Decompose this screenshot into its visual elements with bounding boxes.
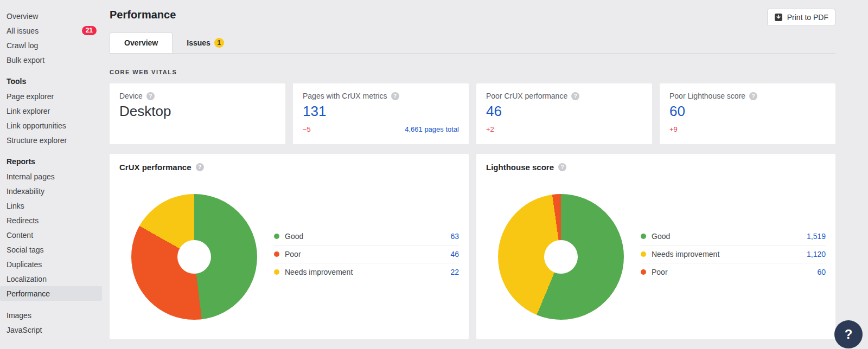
sidebar-item-page-explorer[interactable]: Page explorer xyxy=(0,89,102,104)
crux-performance-chart-header: CrUX performance ? xyxy=(119,163,459,172)
lighthouse-score-chart-header: Lighthouse score ? xyxy=(486,163,826,172)
legend-value-link[interactable]: 1,120 xyxy=(807,250,826,258)
chart-cards-row: CrUX performance ? Good63Poor46Needs imp… xyxy=(110,154,835,339)
lighthouse-score-legend: Good1,519Needs improvement1,120Poor60 xyxy=(641,227,826,281)
tab-overview-label: Overview xyxy=(124,38,158,47)
sidebar-item-label: Performance xyxy=(7,289,97,298)
legend-dot xyxy=(274,234,279,239)
sidebar-nav: OverviewAll issues21Crawl logBulk export… xyxy=(0,0,103,337)
sidebar-item-overview[interactable]: Overview xyxy=(0,9,102,23)
sidebar-group-gap xyxy=(0,301,103,308)
metric-card-poor-lighthouse-header: Poor Lighthouse score ? xyxy=(669,92,826,100)
legend-label: Poor xyxy=(652,268,817,276)
metric-card-crux-pages-header: Pages with CrUX metrics ? xyxy=(303,92,459,100)
help-icon[interactable]: ? xyxy=(196,163,204,171)
legend-label: Needs improvement xyxy=(652,250,807,258)
core-web-vitals-section-label: CORE WEB VITALS xyxy=(110,69,835,75)
sidebar-item-label: Localization xyxy=(7,275,97,283)
crux-pages-delta: −5 xyxy=(303,125,311,133)
lighthouse-score-donut[interactable] xyxy=(498,194,624,320)
legend-row-needs-improvement: Needs improvement1,120 xyxy=(641,245,826,263)
sidebar-item-internal-pages[interactable]: Internal pages xyxy=(0,169,102,184)
crux-performance-chart-title: CrUX performance xyxy=(119,163,192,172)
sidebar-item-label: Indexability xyxy=(7,187,97,196)
legend-dot xyxy=(641,269,646,275)
sidebar-item-social-tags[interactable]: Social tags xyxy=(0,242,102,257)
help-icon[interactable]: ? xyxy=(558,163,566,171)
legend-value-link[interactable]: 22 xyxy=(450,268,459,276)
site-audit-page: OverviewAll issues21Crawl logBulk export… xyxy=(0,0,868,349)
legend-dot xyxy=(641,251,646,257)
sidebar-item-structure-explorer[interactable]: Structure explorer xyxy=(0,133,102,147)
tab-issues[interactable]: Issues 1 xyxy=(173,33,238,53)
print-to-pdf-button[interactable]: Print to PDF xyxy=(767,9,835,26)
sidebar-item-label: Content xyxy=(7,231,97,240)
metric-card-poor-crux-header: Poor CrUX performance ? xyxy=(486,92,642,100)
crux-performance-chart-card: CrUX performance ? Good63Poor46Needs imp… xyxy=(110,154,469,339)
file-download-icon xyxy=(774,13,783,22)
legend-value-link[interactable]: 1,519 xyxy=(807,232,826,241)
legend-dot xyxy=(274,251,279,257)
poor-crux-bottom-row: +2 xyxy=(486,125,642,133)
sidebar-item-all-issues[interactable]: All issues21 xyxy=(0,23,102,38)
sidebar-item-duplicates[interactable]: Duplicates xyxy=(0,257,102,272)
sidebar-item-link-opportunities[interactable]: Link opportunities xyxy=(0,118,102,133)
legend-dot xyxy=(274,269,279,275)
help-icon[interactable]: ? xyxy=(749,92,757,100)
legend-value-link[interactable]: 63 xyxy=(450,232,459,241)
main-content: Performance Print to PDF Overview xyxy=(110,0,835,339)
page-header: Performance Print to PDF xyxy=(110,0,835,26)
issues-tab-badge: 1 xyxy=(214,38,224,48)
tabstrip: Overview Issues 1 xyxy=(110,33,835,54)
poor-lighthouse-value[interactable]: 60 xyxy=(669,103,826,120)
crux-pages-value[interactable]: 131 xyxy=(303,103,459,120)
poor-lighthouse-delta: +9 xyxy=(669,125,678,133)
legend-value-link[interactable]: 46 xyxy=(450,250,459,258)
sidebar-group-header-tools: Tools xyxy=(0,74,103,89)
sidebar-item-label: Link opportunities xyxy=(7,121,97,130)
sidebar-item-label: Links xyxy=(7,202,97,210)
sidebar-item-javascript[interactable]: JavaScript xyxy=(0,322,102,337)
metric-card-crux-pages: Pages with CrUX metrics ? 131 −5 4,661 p… xyxy=(293,83,469,144)
pages-total-link[interactable]: 4,661 pages total xyxy=(405,125,459,133)
sidebar-item-label: All issues xyxy=(7,27,82,35)
poor-crux-value[interactable]: 46 xyxy=(486,103,642,120)
lighthouse-score-chart-title: Lighthouse score xyxy=(486,163,554,172)
help-icon[interactable]: ? xyxy=(571,92,579,100)
help-icon[interactable]: ? xyxy=(391,92,399,100)
sidebar-item-links[interactable]: Links xyxy=(0,198,102,213)
legend-label: Good xyxy=(652,232,807,241)
sidebar-item-redirects[interactable]: Redirects xyxy=(0,213,102,228)
poor-lighthouse-bottom-row: +9 xyxy=(669,125,826,133)
crux-performance-legend: Good63Poor46Needs improvement22 xyxy=(274,227,459,281)
lighthouse-score-chart-card: Lighthouse score ? Good1,519Needs improv… xyxy=(476,154,835,339)
tab-overview[interactable]: Overview xyxy=(110,33,173,53)
help-icon[interactable]: ? xyxy=(146,92,155,100)
sidebar-item-crawl-log[interactable]: Crawl log xyxy=(0,38,102,53)
sidebar-item-label: Page explorer xyxy=(7,92,97,101)
crux-pages-bottom-row: −5 4,661 pages total xyxy=(303,125,459,133)
sidebar-item-bulk-export[interactable]: Bulk export xyxy=(0,53,102,67)
legend-value-link[interactable]: 60 xyxy=(817,268,826,276)
device-value: Desktop xyxy=(119,103,276,120)
metric-cards-row: Device ? Desktop Pages with CrUX metrics… xyxy=(110,83,835,144)
sidebar-item-label: Structure explorer xyxy=(7,136,97,145)
sidebar-item-label: Crawl log xyxy=(7,41,97,50)
help-button[interactable]: ? xyxy=(834,320,863,348)
legend-row-poor: Poor60 xyxy=(641,263,826,281)
legend-row-good: Good1,519 xyxy=(641,227,826,245)
sidebar-item-link-explorer[interactable]: Link explorer xyxy=(0,104,102,118)
sidebar-item-localization[interactable]: Localization xyxy=(0,272,102,286)
sidebar-item-label: Redirects xyxy=(7,216,97,225)
main-area: Performance Print to PDF Overview xyxy=(103,0,868,349)
sidebar-item-images[interactable]: Images xyxy=(0,308,102,322)
sidebar-item-label: Overview xyxy=(7,12,97,21)
legend-label: Poor xyxy=(285,250,450,258)
sidebar-item-indexability[interactable]: Indexability xyxy=(0,184,102,198)
sidebar-item-performance[interactable]: Performance xyxy=(0,286,102,301)
sidebar-item-content[interactable]: Content xyxy=(0,228,102,242)
crux-performance-donut[interactable] xyxy=(131,194,257,320)
metric-card-poor-lighthouse-label: Poor Lighthouse score xyxy=(669,92,745,100)
legend-label: Needs improvement xyxy=(285,268,450,276)
metric-card-device-header: Device ? xyxy=(119,92,276,100)
